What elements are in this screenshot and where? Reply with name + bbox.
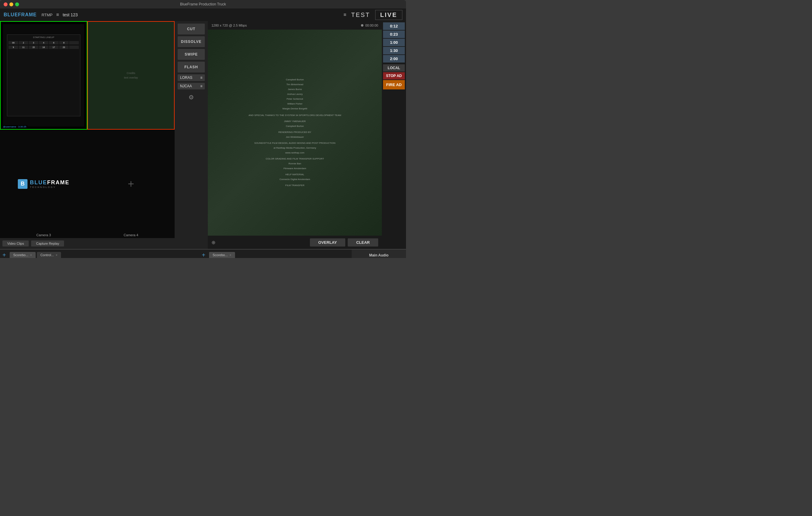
camera1-cell[interactable]: STARTING LINEUP 00 2 3 4 6 8 (0, 21, 87, 130)
tab-scoreboard-label: Scorebo... (13, 253, 28, 257)
bc-tab-bar: + Scorebo... × (199, 250, 352, 258)
preview-resolution: 1280 x 720 @ 2.5 Mbps (211, 24, 247, 27)
nav-title: test 123 (62, 12, 344, 17)
maximize-button[interactable] (15, 2, 19, 6)
loras-label: LORAS (180, 76, 193, 80)
tab-bar: + Scorebo... × Control... × (0, 250, 199, 258)
preview-header: 1280 x 720 @ 2.5 Mbps 00:00:00 (208, 21, 382, 30)
njcaa-row[interactable]: NJCAA ≡ (178, 83, 205, 89)
tab-scoreboard-close[interactable]: × (30, 254, 32, 257)
bottom-left-panel: + Scorebo... × Control... × Left Color &… (0, 250, 199, 258)
preview-footer: ⊕ OVERLAY CLEAR (208, 236, 382, 249)
bc-tab-close[interactable]: × (230, 254, 231, 257)
loras-menu-icon[interactable]: ≡ (200, 76, 202, 80)
transitions-panel: CUT DISSOLVE SWIPE FLASH LORAS ≡ NJCAA ≡… (175, 21, 208, 249)
camera4-label: Camera 4 (123, 233, 138, 237)
live-button[interactable]: LIVE (375, 10, 402, 20)
nav-right: ≡ TEST LIVE (344, 10, 402, 20)
window-controls (4, 2, 19, 6)
right-panel: 1280 x 720 @ 2.5 Mbps 00:00:00 Campbell … (208, 21, 382, 249)
title-bar: BlueFrame Production Truck (0, 0, 406, 8)
top-nav: BLUEFRAME RTMP ≡ test 123 ≡ TEST LIVE (0, 8, 406, 21)
local-button[interactable]: LOCAL (383, 64, 405, 71)
nav-menu-icon[interactable]: ≡ (56, 12, 59, 18)
tab-control-close[interactable]: × (56, 254, 57, 257)
njcaa-menu-icon[interactable]: ≡ (200, 84, 202, 88)
timer-0-12[interactable]: 0:12 (383, 22, 405, 30)
camera3-label: Camera 3 (36, 233, 51, 237)
left-panel: STARTING LINEUP 00 2 3 4 6 8 (0, 21, 175, 249)
flash-button[interactable]: FLASH (178, 62, 205, 73)
capture-replay-button[interactable]: Capture Replay (31, 240, 64, 247)
timer-2-00[interactable]: 2:00 (383, 55, 405, 62)
nav-rtmp: RTMP (41, 13, 53, 17)
tab-control[interactable]: Control... × (37, 252, 61, 258)
close-button[interactable] (4, 2, 7, 6)
video-grid: STARTING LINEUP 00 2 3 4 6 8 (0, 21, 175, 238)
gear-icon[interactable]: ⚙ (188, 94, 194, 101)
main-area: STARTING LINEUP 00 2 3 4 6 8 (0, 21, 406, 249)
overlay-button[interactable]: OVERLAY (310, 238, 346, 247)
nav-test-label: TEST (351, 11, 370, 19)
window-title: BlueFrame Production Truck (180, 2, 226, 6)
dissolve-button[interactable]: DISSOLVE (178, 36, 205, 47)
share-icon[interactable]: ⊕ (211, 239, 215, 245)
tab-control-label: Control... (40, 253, 54, 257)
cut-button[interactable]: CUT (178, 24, 205, 34)
stop-ad-button[interactable]: STOP AD (383, 72, 405, 80)
preview-time: 00:00:00 (361, 24, 378, 27)
timecode-dot (361, 24, 364, 27)
brand-logo: BLUEFRAME (4, 12, 36, 18)
bottom-section: + Scorebo... × Control... × Left Color &… (0, 249, 406, 258)
tab-scoreboard[interactable]: Scorebo... × (10, 252, 36, 258)
clear-button[interactable]: CLEAR (348, 238, 378, 247)
timer-0-23[interactable]: 0:23 (383, 30, 405, 38)
preview-content: Campbell Burton Tim Birkenhead James Bur… (208, 30, 382, 236)
bc-tab-label: Scorebo... (213, 253, 228, 257)
fire-ad-button[interactable]: FIRE AD (383, 80, 405, 89)
bc-tab-scoreboard[interactable]: Scorebo... × (209, 252, 235, 258)
camera2-cell[interactable]: Creditstext overlay (87, 21, 175, 130)
camera3-cell[interactable]: B BLUEFRAME TECHNOLOGY Camera 3 (0, 130, 87, 238)
njcaa-label: NJCAA (180, 84, 192, 88)
audio-title: Main Audio (369, 253, 388, 257)
timer-1-30[interactable]: 1:30 (383, 47, 405, 54)
add-camera-icon[interactable]: + (128, 178, 134, 190)
camera1-preview: STARTING LINEUP 00 2 3 4 6 8 (1, 22, 87, 129)
timecode-display: 00:00:00 (365, 24, 378, 27)
swipe-button[interactable]: SWIPE (178, 49, 205, 60)
timer-panel: 0:12 0:23 1:00 1:30 2:00 LOCAL STOP AD F… (382, 21, 406, 249)
minimize-button[interactable] (9, 2, 13, 6)
bottom-right-panel: Main Audio dB 10 5 0 5 10 20 30 40 50 60… (352, 250, 406, 258)
timer-1-00[interactable]: 1:00 (383, 39, 405, 46)
bottom-center-panel: + Scorebo... × 🔴 UL 0 🔵 UK 0 (199, 250, 352, 258)
add-tab-icon[interactable]: + (2, 252, 6, 258)
camera4-cell[interactable]: + Camera 4 (87, 130, 175, 238)
video-clips-button[interactable]: Video Clips (2, 240, 29, 247)
loras-row[interactable]: LORAS ≡ (178, 74, 205, 81)
video-controls: Video Clips Capture Replay (0, 238, 175, 249)
bc-add-tab-icon[interactable]: + (202, 252, 205, 258)
nav-menu-icon2[interactable]: ≡ (344, 12, 346, 18)
